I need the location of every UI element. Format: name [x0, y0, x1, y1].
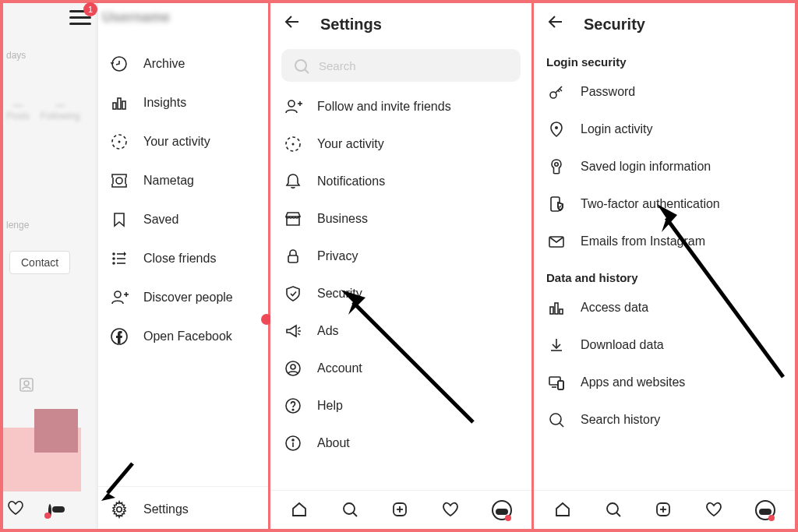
settings-item-your-activity[interactable]: Your activity	[270, 125, 531, 163]
key-icon	[546, 82, 567, 102]
drawer-item-open-facebook[interactable]: Open Facebook	[98, 317, 268, 356]
insights-icon	[109, 93, 129, 113]
new-post-icon[interactable]	[653, 499, 675, 521]
close-friends-icon	[109, 248, 129, 269]
drawer-item-close-friends[interactable]: Close friends	[98, 239, 268, 278]
panel-settings: Settings Search Follow and invite friend…	[270, 3, 531, 529]
drawer-item-insights[interactable]: Insights	[98, 83, 268, 122]
security-item-login-activity[interactable]: Login activity	[534, 111, 795, 148]
security-item-saved-login[interactable]: Saved login information	[534, 148, 795, 185]
discover-people-icon	[109, 287, 129, 308]
search-input[interactable]: Search	[281, 49, 521, 82]
challenge-text-fragment: lenge	[6, 220, 29, 231]
profile-avatar-icon[interactable]	[754, 499, 776, 521]
settings-item-ads[interactable]: Ads	[270, 312, 531, 350]
back-arrow-icon[interactable]	[283, 12, 303, 37]
drawer-item-saved[interactable]: Saved	[98, 200, 268, 239]
settings-gear-icon	[109, 499, 129, 520]
keyhole-icon	[546, 157, 567, 177]
saved-icon	[109, 210, 129, 230]
download-icon	[546, 335, 567, 355]
settings-item-about[interactable]: About	[270, 425, 531, 462]
home-icon[interactable]	[289, 499, 311, 521]
hamburger-menu-icon[interactable]: 1	[69, 10, 91, 26]
search-icon[interactable]	[340, 499, 362, 521]
side-drawer: 1 Username Archive Insights Your activit…	[98, 3, 268, 529]
search-icon[interactable]	[603, 499, 625, 521]
section-data-history: Data and history	[534, 260, 795, 289]
security-item-apps-websites[interactable]: Apps and websites	[534, 364, 795, 401]
bottom-nav	[270, 490, 531, 529]
settings-item-help[interactable]: Help	[270, 387, 531, 425]
new-post-icon[interactable]	[390, 499, 411, 521]
post-thumbnail[interactable]	[34, 409, 78, 453]
drawer-item-your-activity[interactable]: Your activity	[98, 122, 268, 161]
lock-icon	[283, 246, 303, 266]
security-item-password[interactable]: Password	[534, 73, 795, 111]
info-icon	[283, 433, 303, 453]
security-item-search-history[interactable]: Search history	[534, 401, 795, 439]
settings-item-security[interactable]: Security	[270, 275, 531, 312]
header-title: Settings	[320, 16, 382, 33]
settings-item-privacy[interactable]: Privacy	[270, 238, 531, 275]
settings-item-notifications[interactable]: Notifications	[270, 163, 531, 200]
panel-security: Security Login security Password Login a…	[534, 3, 795, 529]
heart-icon[interactable]	[704, 499, 726, 521]
nametag-icon	[109, 171, 129, 191]
security-item-emails[interactable]: Emails from Instagram	[534, 223, 795, 260]
bell-icon	[283, 171, 303, 192]
back-arrow-icon[interactable]	[546, 12, 567, 37]
security-item-two-factor[interactable]: Two-factor authentication	[534, 185, 795, 223]
notification-badge: 1	[83, 2, 97, 16]
activity-icon	[283, 134, 303, 154]
bottom-nav	[534, 490, 795, 529]
shield-icon	[283, 284, 303, 304]
storefront-icon	[283, 209, 303, 229]
settings-item-business[interactable]: Business	[270, 200, 531, 238]
heart-icon[interactable]	[440, 499, 462, 521]
drawer-item-archive[interactable]: Archive	[98, 44, 268, 83]
follow-invite-icon	[283, 97, 303, 117]
profile-avatar-icon[interactable]	[491, 499, 513, 521]
home-icon[interactable]	[553, 499, 574, 521]
profile-background-strip: days —Posts —Following lenge Contact	[3, 3, 98, 529]
username-blurred: Username	[102, 9, 170, 26]
help-icon	[283, 396, 303, 416]
section-login-security: Login security	[534, 44, 795, 73]
location-pin-icon	[546, 119, 567, 139]
contact-button[interactable]: Contact	[9, 251, 70, 274]
devices-icon	[546, 372, 567, 393]
search-icon	[292, 57, 309, 74]
heart-icon[interactable]	[6, 499, 28, 523]
search-icon	[546, 410, 567, 430]
archive-icon	[109, 54, 129, 74]
days-text: days	[6, 50, 26, 61]
panel-profile-drawer: days —Posts —Following lenge Contact 1	[3, 3, 268, 529]
drawer-item-settings[interactable]: Settings	[98, 491, 268, 527]
activity-icon	[109, 132, 129, 152]
security-item-access-data[interactable]: Access data	[534, 289, 795, 326]
facebook-icon	[109, 326, 129, 347]
bars-icon	[546, 298, 567, 318]
tagged-posts-icon[interactable]	[17, 375, 37, 396]
drawer-item-discover-people[interactable]: Discover people	[98, 278, 268, 317]
security-item-download-data[interactable]: Download data	[534, 326, 795, 364]
megaphone-icon	[283, 321, 303, 341]
drawer-item-nametag[interactable]: Nametag	[98, 161, 268, 200]
mail-icon	[546, 231, 567, 252]
account-icon	[283, 358, 303, 379]
settings-item-account[interactable]: Account	[270, 350, 531, 387]
header-title: Security	[584, 16, 645, 33]
settings-item-follow-invite[interactable]: Follow and invite friends	[270, 88, 531, 125]
phone-shield-icon	[546, 194, 567, 214]
profile-avatar-icon[interactable]	[48, 506, 51, 516]
search-placeholder: Search	[319, 59, 356, 72]
